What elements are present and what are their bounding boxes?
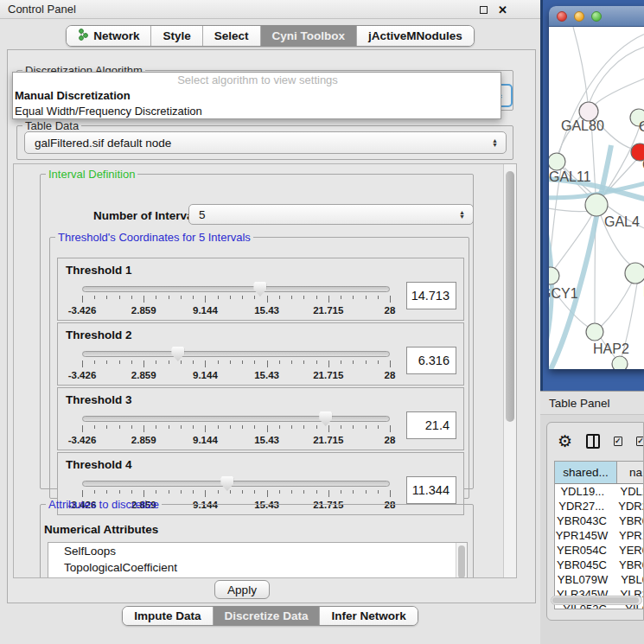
- scrollbar-thumb[interactable]: [552, 597, 639, 603]
- scrollbar-thumb[interactable]: [506, 171, 514, 422]
- tick-mark: [279, 360, 280, 364]
- threshold-value-field[interactable]: 14.713: [406, 282, 456, 309]
- slider-thumb[interactable]: [253, 282, 266, 296]
- tick-mark: [143, 490, 144, 497]
- tick-mark: [316, 296, 317, 299]
- scrollbar-thumb[interactable]: [458, 545, 465, 578]
- tick-mark: [378, 360, 379, 364]
- node-label: G: [639, 119, 644, 134]
- table-row[interactable]: YBR045CYBR0: [555, 558, 644, 572]
- network-canvas[interactable]: GAL80GCGAL11GAL4GCY1HHAP2: [549, 27, 644, 369]
- list-item[interactable]: BetweennessCentrality: [48, 576, 467, 578]
- tick-mark: [119, 360, 120, 364]
- zoom-icon[interactable]: [591, 11, 602, 22]
- threshold-value-field[interactable]: 6.316: [406, 347, 456, 374]
- threshold-slider[interactable]: -3.4262.8599.14415.4321.71528: [82, 346, 390, 384]
- tick-mark: [328, 425, 329, 432]
- threshold-slider[interactable]: -3.4262.8599.14415.4321.71528: [82, 281, 390, 319]
- number-of-intervals-label: Number of Intervals: [93, 209, 203, 222]
- tab-cyni-toolbox[interactable]: Cyni Toolbox: [261, 26, 358, 46]
- tab-jactivemnodules[interactable]: jActiveMNodules: [357, 26, 474, 46]
- tick-mark: [353, 296, 354, 299]
- minimize-icon[interactable]: [574, 11, 584, 22]
- intervals-value: 5: [199, 208, 206, 221]
- numerical-attributes-list[interactable]: SelfLoopsTopologicalCoefficientBetweenne…: [48, 542, 468, 578]
- tick-mark: [267, 425, 268, 432]
- network-window: GAL80GCGAL11GAL4GCY1HHAP2: [549, 6, 644, 369]
- network-node[interactable]: [586, 323, 603, 341]
- checkbox-icon[interactable]: ✓: [636, 437, 644, 446]
- list-item[interactable]: TopologicalCoefficient: [48, 559, 467, 576]
- network-node[interactable]: [625, 263, 644, 284]
- table-row[interactable]: YDR27...YDR2: [555, 499, 644, 513]
- table-panel-titlebar: Table Panel: [540, 391, 644, 415]
- slider-thumb[interactable]: [319, 411, 332, 426]
- tab-impute-data[interactable]: Impute Data: [123, 607, 213, 625]
- axis-tick-label: 28: [385, 435, 396, 445]
- axis-tick-label: 28: [385, 370, 396, 380]
- dropdown-option-equal-width[interactable]: Equal Width/Frequency Discretization: [13, 104, 501, 119]
- panel-scrollbar[interactable]: [503, 164, 516, 577]
- tick-mark: [106, 490, 107, 494]
- tab-infer-network[interactable]: Infer Network: [320, 607, 417, 625]
- list-item[interactable]: SelfLoops: [48, 543, 467, 559]
- tick-mark: [193, 425, 194, 429]
- table-data-combobox[interactable]: galFiltered.sif default node ▲▼: [24, 131, 507, 154]
- axis-tick-label: 15.43: [254, 370, 279, 380]
- tick-mark: [316, 425, 317, 429]
- tick-mark: [378, 425, 379, 429]
- node-label: HAP2: [593, 341, 629, 356]
- close-icon[interactable]: [557, 11, 567, 22]
- table-data-selected: galFiltered.sif default node: [35, 137, 171, 150]
- tick-mark: [390, 490, 391, 497]
- control-panel-body: Discretization Algorithm ▲▼ Select algor…: [7, 49, 536, 603]
- network-node[interactable]: [612, 356, 628, 369]
- column-header[interactable]: shared...: [555, 462, 617, 483]
- tick-mark: [181, 425, 182, 429]
- float-icon[interactable]: [480, 6, 488, 14]
- column-header[interactable]: na: [617, 462, 644, 483]
- tick-mark: [230, 296, 231, 299]
- tab-select[interactable]: Select: [203, 26, 261, 46]
- network-node[interactable]: [549, 267, 559, 284]
- threshold-value-field[interactable]: 21.4: [406, 411, 456, 439]
- tick-mark: [230, 425, 231, 429]
- apply-button[interactable]: Apply: [214, 580, 270, 599]
- threshold-slider[interactable]: -3.4262.8599.14415.4321.71528: [82, 411, 390, 449]
- tick-mark: [328, 490, 329, 497]
- network-node[interactable]: [549, 153, 565, 170]
- dropdown-option-manual[interactable]: Manual Discretization: [13, 88, 501, 104]
- axis-tick-label: 9.144: [193, 435, 218, 445]
- node-table[interactable]: shared...na YDL19...YDL1YDR27...YDR2YBR0…: [554, 461, 644, 609]
- table-row[interactable]: YBR043CYBR0: [555, 513, 644, 528]
- close-icon[interactable]: ✕: [498, 4, 507, 16]
- list-scrollbar[interactable]: [456, 543, 467, 578]
- table-cell: YBL079W: [555, 572, 610, 587]
- table-row[interactable]: YPR145WYPR1: [555, 528, 644, 543]
- window-title: Control Panel: [8, 3, 76, 16]
- tick-mark: [341, 360, 341, 364]
- slider-thumb[interactable]: [220, 476, 233, 491]
- table-row[interactable]: YDL19...YDL1: [555, 484, 644, 499]
- slider-thumb[interactable]: [171, 347, 184, 361]
- axis-tick-label: 21.715: [313, 435, 343, 445]
- split-columns-icon[interactable]: [586, 434, 600, 449]
- tick-mark: [131, 296, 132, 299]
- number-of-intervals-combobox[interactable]: 5 ▲▼: [188, 204, 474, 225]
- network-node[interactable]: [585, 194, 608, 216]
- table-hscrollbar[interactable]: [551, 596, 642, 605]
- gear-icon[interactable]: ⚙: [558, 433, 572, 450]
- tick-mark: [267, 296, 268, 303]
- tab-discretize-data[interactable]: Discretize Data: [214, 607, 321, 625]
- tab-style[interactable]: Style: [151, 26, 202, 46]
- tab-network[interactable]: Network: [67, 26, 151, 46]
- tab-label: Select: [214, 29, 249, 42]
- tick-mark: [218, 490, 219, 494]
- axis-tick-label: 21.715: [313, 370, 343, 380]
- table-row[interactable]: YER054CYER0: [555, 543, 644, 558]
- tick-mark: [303, 360, 304, 364]
- network-edge: [595, 78, 644, 105]
- tick-mark: [303, 425, 304, 429]
- checkbox-icon[interactable]: ✓: [614, 437, 622, 446]
- table-row[interactable]: YBL079WYBL0: [555, 572, 644, 587]
